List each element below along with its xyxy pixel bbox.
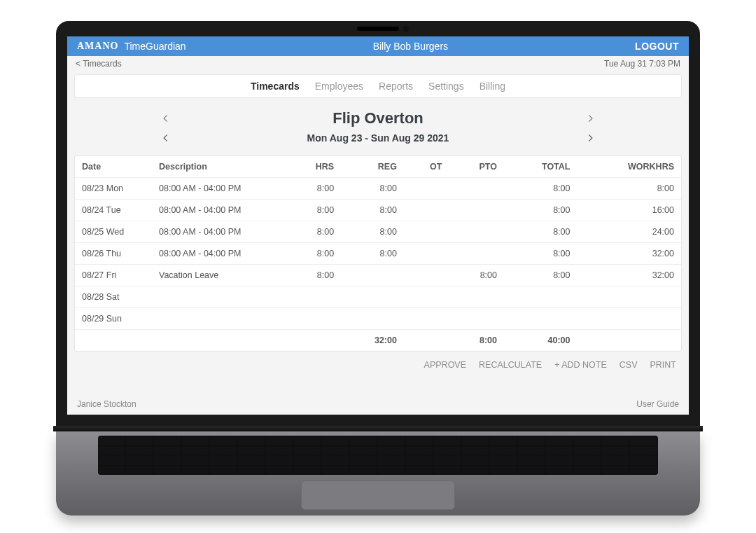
cell-pto	[449, 243, 504, 265]
cell-pto	[449, 308, 504, 330]
col-pto: PTO	[449, 156, 504, 178]
cell-description: 08:00 AM - 04:00 PM	[152, 221, 285, 243]
cell-reg	[341, 308, 404, 330]
print-button[interactable]: PRINT	[650, 360, 677, 370]
breadcrumb-back[interactable]: < Timecards	[76, 59, 122, 69]
cell-date: 08/27 Fri	[75, 265, 152, 286]
cell-ot	[404, 200, 449, 221]
cell-pto	[449, 221, 504, 243]
cell-ot	[404, 286, 449, 308]
cell-workhrs	[578, 308, 682, 330]
next-week-button[interactable]	[582, 130, 598, 146]
chevron-left-icon	[161, 133, 171, 143]
col-total: TOTAL	[504, 156, 578, 178]
col-date: Date	[75, 156, 152, 178]
cell-workhrs: 32:00	[578, 265, 682, 286]
add-note-button[interactable]: + ADD NOTE	[554, 360, 607, 370]
timecard-table: Date Description HRS REG OT PTO TOTAL WO…	[75, 156, 681, 351]
cell-ot	[404, 243, 449, 265]
cell-workhrs	[578, 286, 682, 308]
totals-pto: 8:00	[449, 330, 504, 352]
cell-ot	[404, 265, 449, 286]
date-range: Mon Aug 23 - Sun Aug 29 2021	[307, 132, 449, 144]
cell-hrs: 8:00	[285, 200, 341, 221]
tab-settings[interactable]: Settings	[428, 81, 464, 92]
totals-total: 40:00	[504, 330, 578, 352]
keyboard	[98, 436, 658, 475]
approve-button[interactable]: APPROVE	[424, 360, 466, 370]
brand-product: TimeGuardian	[124, 41, 186, 52]
table-header-row: Date Description HRS REG OT PTO TOTAL WO…	[75, 156, 681, 178]
cell-description: 08:00 AM - 04:00 PM	[152, 178, 285, 200]
cell-date: 08/28 Sat	[75, 286, 152, 308]
table-row[interactable]: 08/26 Thu08:00 AM - 04:00 PM8:008:008:00…	[75, 243, 681, 265]
chevron-left-icon	[161, 113, 171, 123]
totals-row: 32:00 8:00 40:00	[75, 330, 681, 352]
cell-hrs: 8:00	[285, 243, 341, 265]
cell-reg	[341, 265, 404, 286]
cell-total: 8:00	[504, 200, 578, 221]
current-user: Janice Stockton	[77, 399, 136, 409]
cell-description	[152, 308, 285, 330]
cell-hrs: 8:00	[285, 178, 341, 200]
prev-employee-button[interactable]	[158, 111, 174, 126]
table-row[interactable]: 08/23 Mon08:00 AM - 04:00 PM8:008:008:00…	[75, 178, 681, 200]
table-row[interactable]: 08/24 Tue08:00 AM - 04:00 PM8:008:008:00…	[75, 200, 681, 221]
cell-ot	[404, 178, 449, 200]
recalculate-button[interactable]: RECALCULATE	[479, 360, 542, 370]
period-nav: Mon Aug 23 - Sun Aug 29 2021	[102, 129, 654, 147]
user-guide-link[interactable]: User Guide	[636, 399, 679, 409]
chevron-right-icon	[585, 113, 595, 123]
cell-workhrs: 32:00	[578, 243, 682, 265]
cell-description	[152, 286, 285, 308]
tab-reports[interactable]: Reports	[379, 81, 413, 92]
table-row[interactable]: 08/27 FriVacation Leave8:008:008:0032:00	[75, 265, 681, 286]
timecard-card: Date Description HRS REG OT PTO TOTAL WO…	[74, 155, 682, 352]
brand: AMANO TimeGuardian	[77, 41, 186, 52]
prev-week-button[interactable]	[158, 130, 174, 146]
cell-date: 08/25 Wed	[75, 221, 152, 243]
company-name: Billy Bob Burgers	[373, 41, 448, 52]
laptop-hinge	[53, 426, 703, 431]
cell-workhrs: 24:00	[578, 221, 682, 243]
employee-name: Flip Overton	[332, 109, 424, 127]
cell-reg: 8:00	[341, 178, 404, 200]
csv-button[interactable]: CSV	[620, 360, 638, 370]
tab-timecards[interactable]: Timecards	[251, 81, 300, 92]
cell-hrs: 8:00	[285, 221, 341, 243]
cell-hrs	[285, 286, 341, 308]
tab-billing[interactable]: Billing	[479, 81, 505, 92]
col-reg: REG	[341, 156, 404, 178]
col-ot: OT	[404, 156, 449, 178]
action-bar: APPROVE RECALCULATE + ADD NOTE CSV PRINT	[67, 352, 689, 375]
tab-employees[interactable]: Employees	[315, 81, 363, 92]
keyboard-deck	[56, 431, 700, 515]
cell-hrs	[285, 308, 341, 330]
cell-pto	[449, 286, 504, 308]
brand-logo: AMANO	[77, 41, 118, 52]
table-row[interactable]: 08/28 Sat	[75, 286, 681, 308]
cell-description: 08:00 AM - 04:00 PM	[152, 243, 285, 265]
cell-pto	[449, 200, 504, 221]
cell-date: 08/23 Mon	[75, 178, 152, 200]
cell-hrs: 8:00	[285, 265, 341, 286]
navigator: Flip Overton Mon Aug 23 - Sun Aug 29 202…	[74, 105, 682, 150]
cell-date: 08/26 Thu	[75, 243, 152, 265]
cell-ot	[404, 221, 449, 243]
sub-bar: < Timecards Tue Aug 31 7:03 PM	[67, 56, 689, 71]
cell-reg	[341, 286, 404, 308]
cell-reg: 8:00	[341, 200, 404, 221]
cell-total	[504, 308, 578, 330]
current-datetime: Tue Aug 31 7:03 PM	[604, 59, 680, 69]
cell-reg: 8:00	[341, 221, 404, 243]
table-row[interactable]: 08/29 Sun	[75, 308, 681, 330]
cell-description: Vacation Leave	[152, 265, 285, 286]
cell-pto	[449, 178, 504, 200]
logout-button[interactable]: LOGOUT	[635, 41, 679, 52]
next-employee-button[interactable]	[582, 111, 598, 126]
laptop-frame: AMANO TimeGuardian Billy Bob Burgers LOG…	[0, 0, 756, 515]
app-screen: AMANO TimeGuardian Billy Bob Burgers LOG…	[67, 36, 689, 415]
cell-date: 08/29 Sun	[75, 308, 152, 330]
cell-total: 8:00	[504, 221, 578, 243]
table-row[interactable]: 08/25 Wed08:00 AM - 04:00 PM8:008:008:00…	[75, 221, 681, 243]
